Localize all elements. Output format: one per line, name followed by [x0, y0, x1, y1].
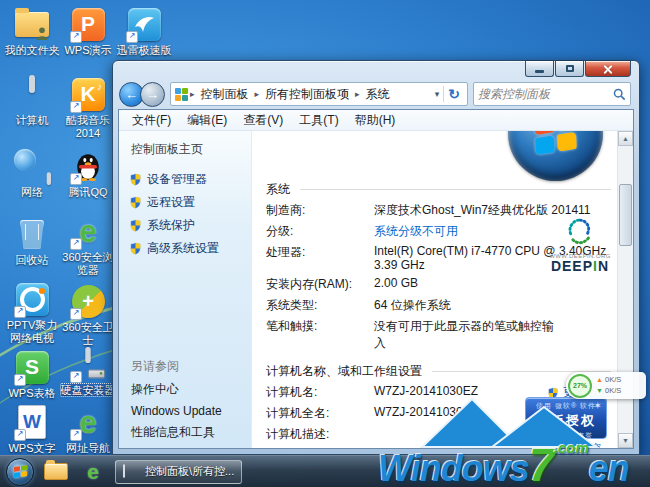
kuwo-music-icon: K	[68, 76, 108, 112]
360-browser-icon: e	[68, 213, 108, 249]
windows-logo-icon	[508, 131, 603, 181]
desktop-icon-label: WPS表格	[8, 387, 55, 399]
vertical-scrollbar[interactable]: ▲ ▼	[617, 131, 633, 448]
sidebar-item-remote-settings[interactable]: 远程设置	[119, 191, 251, 214]
sidebar-item-performance-tools[interactable]: 性能信息和工具	[119, 421, 251, 444]
minimize-button[interactable]	[525, 60, 554, 77]
maximize-icon	[566, 65, 574, 72]
minimize-icon	[535, 70, 544, 73]
sidebar-item-action-center[interactable]: 操作中心	[119, 378, 251, 401]
search-input[interactable]	[476, 86, 613, 102]
sidebar-item-system-protection[interactable]: 系统保护	[119, 214, 251, 237]
desktop-icon-360-browser[interactable]: e 360安全浏览器	[60, 213, 116, 276]
desktop-icon-network[interactable]: 网络	[4, 148, 60, 199]
maximize-button[interactable]	[555, 60, 584, 77]
desktop-icon-label: WPS演示	[64, 44, 111, 56]
system-row: 安装内存(RAM): 2.00 GB	[266, 276, 611, 293]
close-button[interactable]	[585, 60, 631, 77]
desktop-icon-my-folder[interactable]: 我的文件夹	[4, 6, 60, 57]
breadcrumb-control-panel[interactable]: 控制面板	[195, 86, 255, 103]
desktop-icon-label: WPS文字	[8, 442, 55, 454]
title-bar[interactable]	[113, 61, 639, 79]
thunder-bird-icon	[124, 6, 164, 42]
start-button[interactable]	[6, 458, 34, 486]
menu-tools[interactable]: 工具(T)	[292, 111, 345, 130]
deepin-name: DEEPIN	[547, 259, 613, 273]
search-box[interactable]	[473, 82, 631, 106]
main-content: 系统 制造商: 深度技术Ghost_Win7经典优化版 201411 分级: 系…	[252, 131, 617, 448]
navigation-bar: ← → ▸ 控制面板 ▸ 所有控制面板项 ▸ 系统 ▾ ↻	[113, 79, 639, 109]
desktop-icon-label: 我的文件夹	[5, 44, 60, 56]
system-properties-window: ← → ▸ 控制面板 ▸ 所有控制面板项 ▸ 系统 ▾ ↻ 文件(F) 编辑(E…	[112, 60, 640, 455]
address-bar[interactable]: ▸ 控制面板 ▸ 所有控制面板项 ▸ 系统 ▾ ↻	[170, 82, 468, 106]
memory-percent-ring[interactable]: 27%	[568, 374, 592, 398]
see-also-header: 另请参阅	[119, 355, 251, 378]
menu-file[interactable]: 文件(F)	[125, 111, 178, 130]
sidebar-item-device-manager[interactable]: 设备管理器	[119, 168, 251, 191]
desktop-icon-pptv[interactable]: PPTV聚力 网络电视	[4, 281, 60, 344]
scroll-down-icon[interactable]: ▼	[618, 433, 633, 448]
taskbar-explorer-button[interactable]	[41, 459, 71, 485]
address-dropdown-icon[interactable]: ▾	[431, 89, 444, 99]
desktop-icon-label: 腾讯QQ	[68, 186, 107, 198]
qq-penguin-icon	[68, 148, 108, 184]
uac-shield-icon	[129, 219, 142, 232]
menu-help[interactable]: 帮助(H)	[348, 111, 403, 130]
menu-view[interactable]: 查看(V)	[236, 111, 290, 130]
forward-button[interactable]: →	[140, 82, 165, 107]
wps-presentation-icon: P	[68, 6, 108, 42]
desktop-icon-kuwo-music[interactable]: K 酷我音乐 2014	[60, 76, 116, 139]
scrollbar-thumb[interactable]	[619, 184, 632, 246]
deepin-logo: WWW.DEEPIN.ORG DEEPIN	[547, 215, 613, 273]
desktop-icon-thunder[interactable]: 迅雷极速版	[116, 6, 172, 57]
desktop-icon-qq[interactable]: 腾讯QQ	[60, 148, 116, 199]
sidebar-item-windows-update[interactable]: Windows Update	[119, 401, 251, 421]
uac-shield-icon	[129, 173, 142, 186]
net-rates: ▲ 0K/S ▼ 0K/S	[592, 375, 642, 395]
user-folder-icon	[12, 6, 52, 42]
net-speed-widget[interactable]: 27% ▲ 0K/S ▼ 0K/S	[566, 372, 646, 399]
uac-shield-icon	[129, 242, 142, 255]
desktop-icon-wps-spreadsheet[interactable]: S WPS表格	[4, 349, 60, 400]
system-row: 笔和触摸: 没有可用于此显示器的笔或触控输入	[266, 318, 611, 352]
desktop-icon-computer[interactable]: 计算机	[4, 76, 60, 127]
scroll-up-icon[interactable]: ▲	[618, 131, 633, 146]
breadcrumb-system[interactable]: 系统	[360, 86, 396, 103]
desktop-icon-label: 计算机	[16, 114, 49, 126]
desktop-icon-label: 360安全浏览器	[62, 251, 113, 276]
desktop-icon-recycle-bin[interactable]: 回收站	[4, 216, 60, 267]
desktop-icon-wps-writer[interactable]: W WPS文字	[4, 404, 60, 455]
desktop-icon-label: 360安全卫士	[62, 321, 113, 346]
sidebar-item-control-panel-home[interactable]: 控制面板主页	[119, 137, 251, 168]
desktop-icon-wps-presentation[interactable]: P WPS演示	[60, 6, 116, 57]
recycle-bin-icon	[12, 216, 52, 252]
desktop-icon-disk-installer[interactable]: 硬盘安装器	[60, 346, 116, 397]
system-row: 系统类型: 64 位操作系统	[266, 297, 611, 314]
wps-spreadsheet-icon: S	[12, 349, 52, 385]
upload-arrow-icon: ▲	[596, 376, 603, 383]
breadcrumb-all-items[interactable]: 所有控制面板项	[259, 86, 355, 103]
taskbar-browser-button[interactable]: e	[78, 459, 108, 485]
desktop-icon-label: 回收站	[16, 254, 49, 266]
uac-shield-icon	[129, 196, 142, 209]
desktop-icon-web-nav[interactable]: e 网址导航	[60, 404, 116, 455]
network-icon	[12, 148, 52, 184]
desktop-icon-label: 迅雷极速版	[117, 44, 172, 56]
menu-bar: 文件(F) 编辑(E) 查看(V) 工具(T) 帮助(H)	[119, 110, 633, 131]
learn-more-online-link[interactable]: 联机了解更多内容...	[514, 441, 611, 448]
taskbar-control-panel-task[interactable]: 控制面板\所有控...	[115, 460, 242, 484]
section-header-system: 系统	[266, 181, 611, 198]
360-safe-icon: +	[68, 283, 108, 319]
star-icon: ✶	[594, 400, 602, 411]
sidebar-item-advanced-settings[interactable]: 高级系统设置	[119, 237, 251, 260]
desktop-icon-label: 硬盘安装器	[61, 384, 116, 396]
desktop-icon-label: PPTV聚力 网络电视	[7, 319, 58, 344]
pptv-icon	[12, 281, 52, 317]
desktop-icon-360-safe[interactable]: + 360安全卫士	[60, 283, 116, 346]
desktop-icon-label: 酷我音乐 2014	[66, 114, 110, 139]
menu-edit[interactable]: 编辑(E)	[180, 111, 234, 130]
refresh-icon[interactable]: ↻	[444, 86, 464, 102]
wps-writer-icon: W	[12, 404, 52, 440]
close-icon	[603, 64, 613, 74]
search-icon[interactable]	[613, 88, 626, 101]
